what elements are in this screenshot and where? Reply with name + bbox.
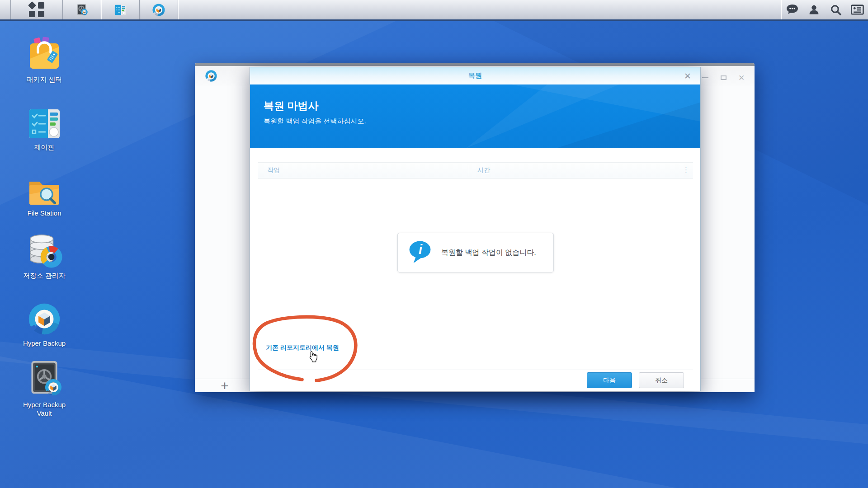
- desktop-icon-control-panel[interactable]: 제어판: [17, 102, 72, 151]
- widgets-button[interactable]: [846, 0, 868, 19]
- window-close-button[interactable]: ✕: [735, 72, 748, 83]
- dialog-title: 복원: [250, 71, 700, 80]
- desktop-icon-hyper-backup[interactable]: Hyper Backup: [17, 298, 72, 347]
- taskbar-edge: [0, 0, 10, 19]
- storage-manager-icon: [17, 230, 72, 268]
- empty-state-text: 복원할 백업 작업이 없습니다.: [441, 248, 536, 258]
- taskbar-app-hyper-backup-vault[interactable]: [63, 0, 101, 19]
- search-icon: [830, 4, 841, 15]
- dialog-footer-divider: [258, 370, 693, 370]
- taskbar: [0, 0, 868, 21]
- column-divider: [469, 165, 469, 176]
- control-panel-icon: [114, 4, 127, 16]
- next-button[interactable]: 다음: [587, 372, 632, 388]
- desktop-icon-storage-manager[interactable]: 저장소 관리자: [17, 230, 72, 280]
- wizard-title: 복원 마법사: [264, 99, 318, 113]
- close-icon: ✕: [738, 74, 745, 82]
- hyper-backup-icon: [17, 298, 72, 336]
- package-center-icon: [17, 34, 72, 72]
- restore-from-existing-repository-link[interactable]: 기존 리포지토리에서 복원: [266, 344, 339, 352]
- cancel-button[interactable]: 취소: [639, 372, 684, 388]
- column-header-time[interactable]: 시간: [477, 166, 490, 174]
- taskbar-spacer: [178, 0, 781, 19]
- user-icon: [808, 4, 820, 15]
- desktop-icon-file-station[interactable]: File Station: [17, 168, 72, 217]
- sidebar-divider: [242, 86, 242, 379]
- desktop-icon-label: Hyper Backup Vault: [17, 400, 72, 418]
- desktop: 패키지 센터 제어판: [0, 0, 868, 488]
- taskbar-app-hyper-backup[interactable]: [140, 0, 178, 19]
- maximize-button[interactable]: [717, 72, 730, 83]
- chat-icon: [786, 4, 799, 16]
- hyper-backup-vault-icon: [75, 4, 88, 16]
- main-menu-button[interactable]: [11, 0, 62, 19]
- main-menu-grid-icon: [29, 2, 45, 17]
- control-panel-icon: [17, 102, 72, 140]
- column-menu-icon[interactable]: ⋮: [683, 166, 689, 174]
- column-header-task[interactable]: 작업: [267, 166, 280, 174]
- desktop-icon-label: File Station: [17, 209, 72, 217]
- search-button[interactable]: [825, 0, 846, 19]
- restore-dialog: 복원 ✕ 복원 마법사 복원할 백업 작업을 선택하십시오. 작업 시간 ⋮ i: [250, 67, 701, 391]
- task-table-header: 작업 시간 ⋮: [258, 162, 693, 178]
- desktop-icon-label: Hyper Backup: [17, 339, 72, 347]
- add-backup-task-button[interactable]: +: [210, 380, 239, 391]
- user-menu-button[interactable]: [803, 0, 825, 19]
- taskbar-tray: [781, 0, 868, 19]
- widgets-icon: [851, 5, 864, 15]
- desktop-icon-label: 제어판: [17, 143, 72, 151]
- desktop-icon-package-center[interactable]: 패키지 센터: [17, 34, 72, 84]
- dialog-close-button[interactable]: ✕: [681, 70, 693, 82]
- dialog-titlebar[interactable]: 복원 ✕: [250, 67, 700, 84]
- info-bubble-icon: i: [408, 239, 432, 266]
- minimize-icon: [702, 77, 708, 78]
- desktop-icon-label: 저장소 관리자: [17, 271, 72, 280]
- maximize-icon: [721, 75, 726, 80]
- desktop-icon-hyper-backup-vault[interactable]: Hyper Backup Vault: [17, 360, 72, 418]
- notifications-button[interactable]: [781, 0, 803, 19]
- hyper-backup-window-icon: [205, 70, 217, 84]
- hyper-backup-icon: [152, 3, 165, 17]
- svg-text:i: i: [419, 242, 423, 257]
- desktop-icon-label: 패키지 센터: [17, 75, 72, 84]
- wizard-subtitle: 복원할 백업 작업을 선택하십시오.: [264, 117, 366, 126]
- empty-state-message-box: i 복원할 백업 작업이 없습니다.: [397, 233, 554, 272]
- file-station-icon: [17, 168, 72, 206]
- taskbar-app-control-panel[interactable]: [101, 0, 139, 19]
- wizard-header: 복원 마법사 복원할 백업 작업을 선택하십시오.: [250, 84, 700, 148]
- hyper-backup-vault-icon: [17, 360, 72, 398]
